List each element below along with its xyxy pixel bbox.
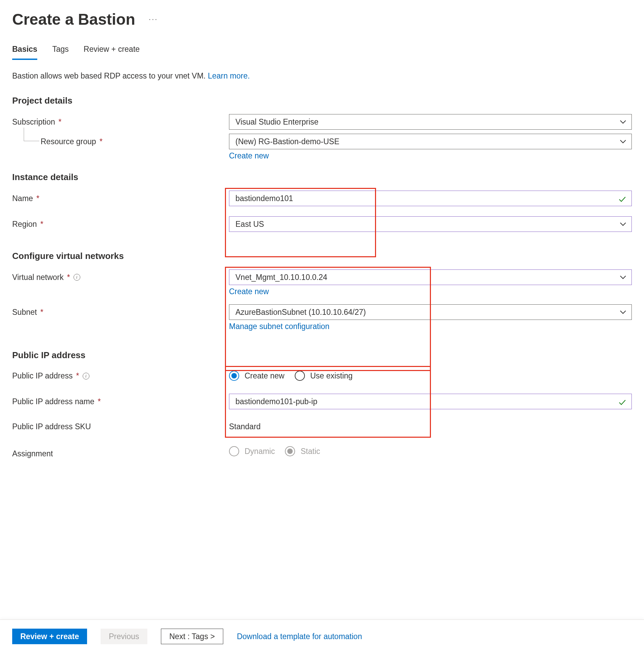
radio-static-label: Static — [300, 447, 320, 456]
check-icon — [619, 398, 626, 405]
tab-tags[interactable]: Tags — [52, 45, 69, 60]
resource-group-label: Resource group — [41, 137, 96, 146]
intro-text-body: Bastion allows web based RDP access to y… — [12, 71, 208, 80]
pip-name-value: bastiondemo101-pub-ip — [235, 397, 317, 406]
pip-name-input[interactable]: bastiondemo101-pub-ip — [229, 394, 632, 409]
required-star: * — [59, 117, 62, 127]
manage-subnet-link[interactable]: Manage subnet configuration — [229, 322, 330, 331]
create-new-vnet-link[interactable]: Create new — [229, 287, 269, 296]
tabs: Basics Tags Review + create — [12, 45, 632, 60]
radio-existing-label: Use existing — [310, 371, 353, 380]
page-title: Create a Bastion — [12, 10, 135, 28]
name-label: Name — [12, 194, 33, 203]
required-star: * — [40, 220, 43, 229]
chevron-down-icon — [620, 120, 626, 124]
more-icon[interactable]: ··· — [149, 15, 158, 24]
radio-icon — [295, 371, 305, 381]
required-star: * — [36, 194, 39, 203]
resource-group-value: (New) RG-Bastion-demo-USE — [235, 137, 339, 146]
required-star: * — [67, 273, 70, 282]
chevron-down-icon — [620, 275, 626, 279]
check-icon — [619, 195, 626, 201]
pip-sku-label: Public IP address SKU — [12, 422, 91, 431]
subnet-select[interactable]: AzureBastionSubnet (10.10.10.64/27) — [229, 304, 632, 320]
pip-label: Public IP address — [12, 371, 73, 380]
vnet-label: Virtual network — [12, 273, 64, 282]
radio-icon — [229, 371, 239, 381]
tab-review[interactable]: Review + create — [84, 45, 140, 60]
section-project-title: Project details — [12, 95, 632, 106]
required-star: * — [100, 137, 103, 146]
chevron-down-icon — [620, 222, 626, 226]
region-value: East US — [235, 220, 264, 229]
chevron-down-icon — [620, 310, 626, 314]
vnet-value: Vnet_Mgmt_10.10.10.0.24 — [235, 273, 327, 282]
required-star: * — [76, 371, 79, 380]
pip-sku-value: Standard — [229, 419, 632, 431]
info-icon[interactable]: i — [74, 274, 80, 281]
name-value: bastiondemo101 — [235, 194, 293, 203]
subscription-value: Visual Studio Enterprise — [235, 117, 318, 127]
region-select[interactable]: East US — [229, 216, 632, 232]
subscription-label: Subscription — [12, 117, 55, 127]
tab-basics[interactable]: Basics — [12, 45, 37, 60]
radio-icon — [229, 446, 239, 456]
required-star: * — [40, 308, 43, 317]
pip-name-label: Public IP address name — [12, 397, 95, 406]
radio-dynamic: Dynamic — [229, 446, 275, 456]
tree-line — [24, 128, 39, 141]
learn-more-link[interactable]: Learn more. — [208, 71, 250, 80]
name-input[interactable]: bastiondemo101 — [229, 191, 632, 206]
radio-dynamic-label: Dynamic — [245, 447, 275, 456]
subnet-value: AzureBastionSubnet (10.10.10.64/27) — [235, 308, 366, 317]
radio-static: Static — [285, 446, 320, 456]
create-new-rg-link[interactable]: Create new — [229, 151, 269, 160]
resource-group-select[interactable]: (New) RG-Bastion-demo-USE — [229, 134, 632, 149]
radio-icon — [285, 446, 295, 456]
region-label: Region — [12, 220, 37, 229]
subscription-select[interactable]: Visual Studio Enterprise — [229, 114, 632, 130]
assignment-label: Assignment — [12, 449, 53, 458]
section-instance-title: Instance details — [12, 172, 632, 182]
intro-text: Bastion allows web based RDP access to y… — [12, 71, 632, 81]
section-pip-title: Public IP address — [12, 350, 632, 361]
section-vnet-title: Configure virtual networks — [12, 251, 632, 261]
info-icon[interactable]: i — [83, 373, 89, 379]
subnet-label: Subnet — [12, 308, 37, 317]
chevron-down-icon — [620, 139, 626, 144]
radio-use-existing[interactable]: Use existing — [295, 371, 353, 381]
required-star: * — [98, 397, 101, 406]
radio-create-new[interactable]: Create new — [229, 371, 285, 381]
radio-create-label: Create new — [245, 371, 285, 380]
vnet-select[interactable]: Vnet_Mgmt_10.10.10.0.24 — [229, 269, 632, 285]
